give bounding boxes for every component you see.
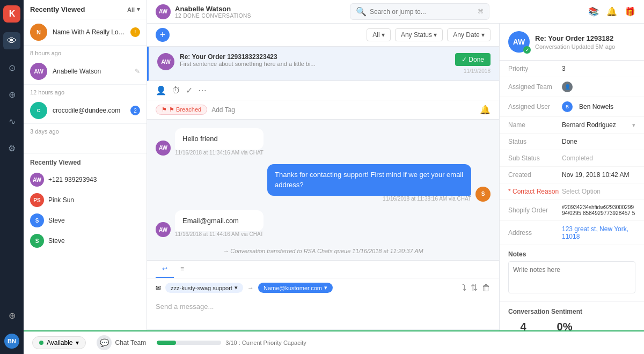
rv-avatar-1: PS [30,193,44,207]
search-icon: 🔍 [356,6,367,17]
reply-to-chip[interactable]: Name@kustomer.com ▾ [258,283,333,293]
name-edit-icon[interactable]: ▾ [632,122,635,129]
reply-attach-icon[interactable]: ⤵ [462,283,466,293]
rv-avatar-0: AW [30,173,44,187]
sidebar-item-name-anabelle: Anabelle Watson [53,68,129,75]
reply-tab-note[interactable]: ≡ [174,261,191,278]
conv-item-title: Re: Your Order 12931832323423 [180,53,450,61]
books-icon[interactable]: 📚 [588,6,599,17]
field-contact-reason[interactable]: * Contact Reason Select Option [500,183,644,200]
field-created: Created Nov 19, 2018 10:42 AM [500,167,644,183]
right-panel: AW ✓ Re: Your Order 1293182 Conversation… [499,24,644,354]
rv-item-0[interactable]: AW +121 939293943 [24,169,147,190]
shopify-label: Shopify Order [508,206,562,214]
msg-avatar-2: S [475,187,491,202]
shopify-value: #20934234shfidw929300029994/0295 8584929… [562,204,635,216]
rv-item-1[interactable]: PS Pink Sun [24,190,147,210]
conv-header-info: Anabelle Watson 12 DONE CONVERSATIONS [175,5,251,19]
capacity-bar [157,341,221,345]
conv-item-body: Re: Your Order 12931832323423 First sent… [180,53,450,67]
sidebar: Recently Viewed All ▾ N Name With A Real… [24,0,147,354]
reply-placeholder: Send a message... [156,303,214,311]
status-indicator[interactable]: Available ▾ [32,336,86,349]
nav-pulse-icon[interactable]: ∿ [3,113,20,130]
status-dot [39,341,43,345]
assigned-user-value: Ben Nowels [579,103,613,110]
right-panel-header: AW ✓ Re: Your Order 1293182 Conversation… [500,24,644,61]
rv-item-3[interactable]: S Steve [24,231,147,251]
breached-tag[interactable]: ⚑ ⚑ Breached [156,105,207,115]
messages-scroll-area[interactable]: AW Hello friend 11/16/2018 at 11:34:16 A… [147,120,499,260]
field-name: Name Bernard Rodriguez ▾ [500,117,644,134]
message-panel: + All ▾ Any Status ▾ Any Date ▾ AW Re: Y… [147,24,499,354]
system-message: → Conversation transferred to RSA Chats … [156,246,491,256]
contact-reason-label: * Contact Reason [508,188,562,195]
right-panel-subtitle: Conversation Updated 5M ago [535,43,615,50]
reply-tab-reply[interactable]: ↩ [156,261,174,278]
sidebar-item-croc[interactable]: C crocodile@dundee.com 2 [24,98,147,124]
thread-timer-icon[interactable]: ⏱ [172,86,180,95]
reply-trash-icon[interactable]: 🗑 [482,283,491,293]
nav-search-icon[interactable]: ⊙ [3,59,20,76]
message-3: AW Email@gmail.com 11/16/2018 at 11:44:1… [156,210,491,238]
capacity-text: 3/10 : Current Priority Capacity [225,340,306,346]
rv-avatar-2: S [30,213,44,227]
conversation-list-item[interactable]: AW Re: Your Order 12931832323423 First s… [147,47,499,81]
add-tag-button[interactable]: Add Tag [211,106,235,114]
reply-from-chip[interactable]: zzz-kusty-swag support ▾ [165,283,243,293]
conv-item-preview: First sentence about something here and … [180,61,352,67]
conv-item-meta-right: ✓ Done 11/19/2018 [455,53,491,74]
nav-eye-icon[interactable]: 👁 [3,32,20,49]
capacity-fill [157,341,176,345]
notes-label: Notes [508,250,635,258]
rv-item-2[interactable]: S Steve [24,210,147,231]
nav-integration-icon[interactable]: ⊕ [3,86,20,103]
done-button[interactable]: ✓ Done [455,53,491,66]
chat-team: 💬 Chat Team [97,335,146,350]
new-conversation-btn[interactable]: + [156,28,170,42]
reply-from-caret: ▾ [235,284,238,291]
msg-avatar-1: AW [156,141,171,156]
msg-meta-2: 11/16/2018 at 11:38:16 AM via CHAT [267,196,471,202]
name-label: Name [508,121,562,129]
sidebar-item-anabelle[interactable]: AW Anabelle Watson ✎ [24,58,147,85]
address-value[interactable]: 123 great st, New York, 11018 [562,225,635,240]
reply-expand-icon[interactable]: ⇅ [471,283,478,293]
global-search-input[interactable] [370,8,474,16]
sidebar-header: Recently Viewed All ▾ [24,0,147,19]
msg-bubble-2: Thanks for contacting support! First min… [267,164,471,196]
msg-meta-3: 11/16/2018 at 11:44:16 AM via CHAT [175,231,264,237]
right-panel-avatar: AW ✓ [508,31,530,53]
reply-email-icon: ✉ [156,284,161,292]
message-thread-area: 👤 ⏱ ✓ ⋯ ⚑ ⚑ Breached Add Tag [147,81,499,354]
reply-input-area[interactable]: Send a message... [147,297,499,329]
thread-more-icon[interactable]: ⋯ [198,85,207,95]
filter-all-btn[interactable]: All ▾ [367,28,391,41]
global-top-bar: AW Anabelle Watson 12 DONE CONVERSATIONS… [147,0,644,24]
notes-input[interactable] [508,261,635,293]
brand-logo[interactable]: K [3,5,20,23]
sidebar-filter[interactable]: All ▾ [127,6,140,13]
msg-avatar-3: AW [156,222,171,237]
thread-profile-icon[interactable]: 👤 [156,85,166,95]
filter-date-btn[interactable]: Any Date ▾ [447,28,491,41]
gift-icon[interactable]: 🎁 [625,6,635,17]
filter-status-btn[interactable]: Any Status ▾ [395,28,443,41]
nav-user-avatar[interactable]: BN [4,334,19,349]
rv-avatar-3: S [30,234,44,248]
tag-mute-icon[interactable]: 🔔 [480,105,491,115]
sidebar-item-name-long[interactable]: N Name With A Really Lon... ! [24,19,147,46]
notes-section: Notes [500,245,644,301]
substatus-label: Sub Status [508,154,562,162]
nav-help-icon[interactable]: ⊕ [3,307,20,324]
priority-value: 3 [562,65,635,72]
status-label: Status [508,138,562,145]
thread-check-icon[interactable]: ✓ [186,85,193,95]
team-icon: 💬 [97,335,112,350]
bell-icon[interactable]: 🔔 [606,6,617,17]
bottom-bar: Available ▾ 💬 Chat Team 3/10 : Current P… [24,330,644,354]
message-2: Thanks for contacting support! First min… [156,164,491,202]
nav-settings-icon[interactable]: ⚙ [3,139,20,157]
conv-item-avatar: AW [157,53,174,70]
global-search-bar[interactable]: 🔍 ⌘ [350,3,489,20]
